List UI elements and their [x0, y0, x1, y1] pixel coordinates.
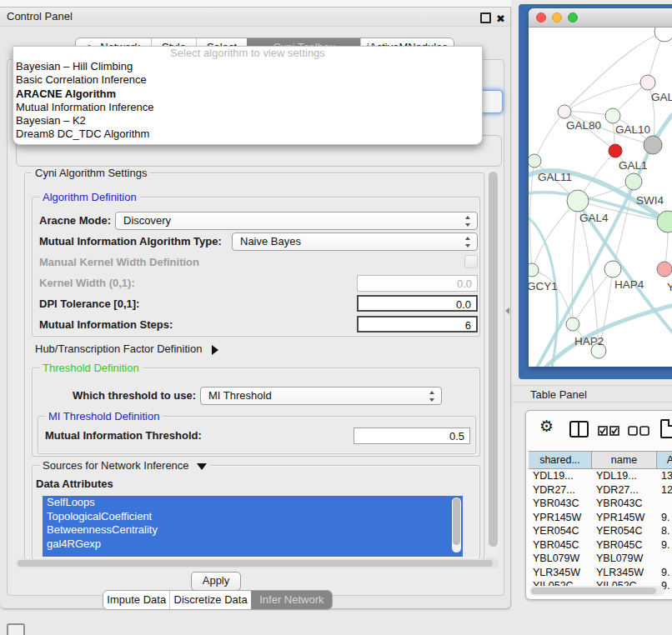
deselect-all-checkboxes-icon[interactable]: [628, 424, 649, 439]
which-threshold-combobox[interactable]: MI Threshold: [200, 387, 442, 405]
apply-button[interactable]: Apply: [191, 572, 241, 591]
scrollbar-thumb[interactable]: [453, 498, 460, 545]
mi-steps-field[interactable]: 6: [357, 316, 478, 332]
table-cell[interactable]: YER054C: [529, 524, 592, 538]
network-window: GALGAL80GAL10GAL1SWI4GAL11GAL4GCY1HAP4YH…: [529, 8, 672, 367]
attribute-item[interactable]: BetweennessCentrality: [43, 523, 463, 538]
attribute-item[interactable]: [43, 551, 463, 557]
network-node[interactable]: [567, 190, 589, 212]
collapse-arrow-icon[interactable]: [197, 463, 207, 470]
table-cell[interactable]: YBR045C: [592, 538, 657, 552]
table-cell[interactable]: YDR27...: [529, 483, 592, 498]
network-node[interactable]: [625, 173, 642, 190]
column-header-2[interactable]: name: [592, 451, 657, 469]
tab-impute-data[interactable]: Impute Data: [103, 591, 169, 609]
table-cell[interactable]: YBR045C: [529, 538, 592, 552]
table-cell[interactable]: 8.: [657, 524, 672, 538]
network-window-titlebar[interactable]: [529, 8, 672, 28]
table-cell[interactable]: YPR145W: [592, 511, 657, 525]
node-label: GAL: [651, 91, 672, 103]
bottom-left-panel-button[interactable]: [7, 623, 25, 635]
spinner-arrows-icon: [464, 215, 472, 228]
attribute-item[interactable]: TopologicalCoefficient: [43, 510, 463, 524]
hub-definition-expander[interactable]: Hub/Transcription Factor Definition: [35, 342, 218, 355]
attribute-item[interactable]: SelfLoops: [43, 496, 463, 510]
minimize-traffic-light-icon[interactable]: [552, 12, 562, 22]
file-icon[interactable]: [660, 419, 672, 438]
algorithm-option[interactable]: Dream8 DC_TDC Algorithm: [13, 128, 482, 141]
zoom-traffic-light-icon[interactable]: [568, 12, 578, 22]
node-label: Y: [667, 281, 672, 293]
table-cell[interactable]: 12: [657, 483, 672, 498]
network-node[interactable]: [644, 136, 662, 154]
close-icon[interactable]: ✖: [496, 10, 505, 28]
tab-infer-network[interactable]: Infer Network: [251, 591, 332, 609]
settings-vertical-scrollbar[interactable]: [487, 168, 499, 557]
table-cell[interactable]: YPR145W: [529, 511, 592, 525]
network-node[interactable]: [609, 144, 622, 158]
table-cell[interactable]: YDR27...: [592, 483, 657, 498]
table-cell[interactable]: YLR345W: [529, 566, 592, 580]
table-cell[interactable]: 9.: [657, 511, 672, 525]
aracne-mode-combobox[interactable]: Discovery: [115, 212, 478, 230]
algorithm-option[interactable]: Bayesian – Hill Climbing: [13, 60, 482, 73]
table-cell[interactable]: YBR043C: [592, 497, 657, 511]
network-node[interactable]: [566, 318, 579, 331]
table-cell[interactable]: 13: [657, 469, 672, 483]
algorithm-option[interactable]: Bayesian – K2: [13, 114, 482, 128]
network-node[interactable]: [605, 108, 620, 123]
network-canvas[interactable]: GALGAL80GAL10GAL1SWI4GAL11GAL4GCY1HAP4YH…: [529, 28, 672, 367]
network-node[interactable]: [558, 105, 571, 118]
table-horizontal-scrollbar[interactable]: [529, 586, 664, 596]
manual-kernel-checkbox[interactable]: [464, 255, 478, 268]
table-cell[interactable]: 9.: [657, 566, 672, 580]
node-label: GAL4: [579, 212, 609, 224]
table-cell[interactable]: YBL079W: [529, 552, 592, 566]
table-cell[interactable]: YDL19...: [592, 469, 657, 483]
inference-algorithm-combobox-fragment[interactable]: [479, 90, 503, 113]
column-header-3[interactable]: A: [657, 451, 672, 469]
network-node[interactable]: [529, 263, 539, 277]
network-node[interactable]: [657, 262, 672, 277]
network-node[interactable]: [529, 154, 541, 168]
close-traffic-light-icon[interactable]: [536, 12, 546, 22]
attribute-item[interactable]: gal4RGexp: [43, 538, 463, 552]
scrollbar-thumb[interactable]: [489, 172, 498, 547]
table-cell[interactable]: YER054C: [592, 524, 657, 538]
data-attributes-label: Data Attributes: [36, 478, 113, 490]
network-graph[interactable]: GALGAL80GAL10GAL1SWI4GAL11GAL4GCY1HAP4YH…: [529, 28, 672, 367]
algorithm-option[interactable]: Basic Correlation Inference: [13, 73, 482, 87]
table-cell[interactable]: YBR043C: [529, 497, 592, 511]
table-cell[interactable]: [657, 497, 672, 511]
bottom-tabbar: Impute DataDiscretize DataInfer Network: [103, 590, 333, 610]
table-cell[interactable]: YBL079W: [592, 552, 657, 566]
network-node[interactable]: [604, 261, 621, 278]
column-header-1[interactable]: shared...: [529, 451, 592, 469]
network-node[interactable]: [640, 75, 655, 90]
tab-discretize-data[interactable]: Discretize Data: [169, 591, 250, 609]
gear-icon[interactable]: ⚙: [539, 418, 554, 436]
network-node[interactable]: [654, 28, 672, 42]
data-attributes-list[interactable]: SelfLoopsTopologicalCoefficientBetweenne…: [43, 496, 463, 557]
split-columns-icon[interactable]: [569, 421, 589, 438]
table-cell[interactable]: YDL19...: [529, 469, 592, 483]
scrollbar-thumb[interactable]: [531, 588, 656, 594]
algorithm-option[interactable]: ARACNE Algorithm: [13, 88, 482, 101]
panel-divider-handle[interactable]: [505, 308, 509, 314]
settings-horizontal-scrollbar[interactable]: [16, 558, 499, 568]
select-all-checkboxes-icon[interactable]: [598, 424, 619, 439]
attributes-scrollbar[interactable]: [452, 498, 461, 552]
dpi-tolerance-field[interactable]: 0.0: [357, 295, 478, 312]
popup-item-list: Bayesian – Hill ClimbingBasic Correlatio…: [13, 60, 482, 142]
table-cell[interactable]: [657, 552, 672, 566]
mi-algorithm-type-combobox[interactable]: Naive Bayes: [232, 232, 478, 251]
algorithm-option[interactable]: Mutual Information Inference: [13, 101, 482, 114]
sources-group: Sources for Network Inference Data Attri…: [32, 465, 480, 559]
table-cell[interactable]: 9.: [657, 538, 672, 552]
kernel-width-field[interactable]: 0.0: [357, 275, 478, 292]
float-window-icon[interactable]: [480, 12, 491, 23]
mi-threshold-field[interactable]: 0.5: [354, 428, 470, 444]
algorithm-definition-group: Algorithm Definition Aracne Mode: Discov…: [32, 197, 480, 337]
scrollbar-thumb[interactable]: [18, 560, 493, 567]
table-cell[interactable]: YLR345W: [592, 566, 657, 580]
